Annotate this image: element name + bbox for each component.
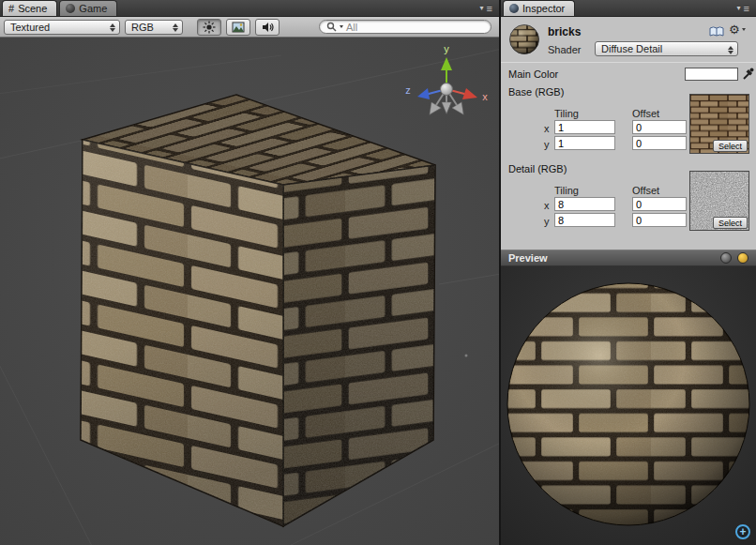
scene-tabbar: # Scene Game ▾ ≡ xyxy=(0,0,499,17)
detail-tiling-x-input[interactable] xyxy=(554,197,615,211)
base-offset-header: Offset xyxy=(632,108,659,119)
gizmo-z-label[interactable]: z xyxy=(405,84,411,96)
shader-label: Shader xyxy=(548,44,581,55)
scene-grid-icon: # xyxy=(8,3,14,14)
skybox-toggle-button[interactable] xyxy=(226,19,250,36)
color-mode-value: RGB xyxy=(131,22,154,33)
help-book-icon[interactable] xyxy=(709,25,724,38)
base-tiling-header: Tiling xyxy=(554,108,579,119)
search-input[interactable]: All xyxy=(319,20,491,34)
base-x-label: x xyxy=(544,123,550,134)
base-y-label: y xyxy=(544,139,550,150)
base-section-label: Base (RGB) xyxy=(508,86,564,98)
scene-toolbar: Textured RGB xyxy=(0,17,499,38)
context-gear-button[interactable]: ⚙ xyxy=(729,23,746,37)
speaker-icon xyxy=(261,21,274,34)
detail-tiling-header: Tiling xyxy=(554,185,579,196)
search-value: All xyxy=(346,22,357,33)
material-name: bricks xyxy=(548,25,581,38)
eyedropper-icon[interactable] xyxy=(742,67,754,81)
plus-icon: + xyxy=(739,525,746,538)
menu-arrow-icon: ▾ xyxy=(737,4,741,12)
inspector-pane: Inspector ▾ ≡ bricks Shader Diffuse Deta… xyxy=(501,0,756,545)
base-tiling-x-input[interactable] xyxy=(554,120,615,134)
main-color-label: Main Color xyxy=(508,68,558,80)
gizmo-x-label[interactable]: x xyxy=(482,91,488,102)
preview-viewport[interactable]: + xyxy=(501,266,756,545)
material-preview-ball xyxy=(508,23,540,55)
tab-inspector-label: Inspector xyxy=(522,3,565,14)
preview-sphere-button[interactable] xyxy=(720,252,732,264)
detail-offset-y-input[interactable] xyxy=(632,213,687,227)
inspector-icon xyxy=(509,4,519,13)
preview-header[interactable]: Preview xyxy=(501,250,756,266)
header-divider xyxy=(501,62,756,63)
base-select-button[interactable]: Select xyxy=(713,140,748,152)
dropdown-arrows-icon xyxy=(728,46,733,54)
draw-mode-value: Textured xyxy=(10,22,50,33)
main-color-swatch[interactable] xyxy=(685,68,738,81)
base-offset-x-input[interactable] xyxy=(632,120,687,134)
base-texture-thumbnail[interactable]: Select xyxy=(689,94,749,154)
dropdown-arrows-icon xyxy=(173,23,178,32)
gizmo-y-label[interactable]: y xyxy=(444,43,449,54)
preview-render xyxy=(501,266,756,545)
scene-viewport[interactable]: y x z xyxy=(0,38,499,545)
game-icon xyxy=(66,4,75,13)
search-filter-chevron-icon xyxy=(340,25,343,28)
detail-offset-x-input[interactable] xyxy=(632,197,687,211)
base-tiling-y-input[interactable] xyxy=(554,136,615,150)
scene-pane-menu-button[interactable]: ▾ ≡ xyxy=(474,0,499,16)
tab-scene[interactable]: # Scene xyxy=(2,0,57,16)
tab-game[interactable]: Game xyxy=(59,0,117,16)
image-icon xyxy=(232,22,245,33)
inspector-pane-menu-button[interactable]: ▾ ≡ xyxy=(731,0,756,16)
detail-offset-header: Offset xyxy=(632,185,659,196)
menu-lines-icon: ≡ xyxy=(487,3,492,14)
detail-select-button[interactable]: Select xyxy=(713,217,748,229)
preview-title: Preview xyxy=(508,252,548,264)
unity-editor-window: # Scene Game ▾ ≡ Textured RGB xyxy=(0,0,756,545)
inspector-tabbar: Inspector ▾ ≡ xyxy=(501,0,756,17)
preview-lighting-button[interactable] xyxy=(737,252,748,264)
tab-inspector[interactable]: Inspector xyxy=(503,0,575,16)
sun-icon xyxy=(203,21,216,34)
color-mode-dropdown[interactable]: RGB xyxy=(125,20,183,35)
search-icon xyxy=(326,22,337,32)
draw-mode-dropdown[interactable]: Textured xyxy=(4,20,120,35)
detail-x-label: x xyxy=(544,200,550,211)
gear-chevron-icon xyxy=(742,28,746,31)
shader-dropdown[interactable]: Diffuse Detail xyxy=(595,41,738,56)
base-offset-y-input[interactable] xyxy=(632,136,687,150)
audio-toggle-button[interactable] xyxy=(255,19,280,36)
shader-value: Diffuse Detail xyxy=(601,43,662,54)
menu-arrow-icon: ▾ xyxy=(480,4,484,12)
tab-scene-label: Scene xyxy=(18,3,47,14)
detail-texture-thumbnail[interactable]: Select xyxy=(689,171,749,231)
preview-zoom-button[interactable]: + xyxy=(735,524,750,539)
tab-game-label: Game xyxy=(79,3,107,14)
orientation-gizmo[interactable]: y x z xyxy=(398,40,495,127)
gear-icon: ⚙ xyxy=(729,23,740,37)
dropdown-arrows-icon xyxy=(110,23,115,32)
detail-section-label: Detail (RGB) xyxy=(508,163,567,174)
lighting-toggle-button[interactable] xyxy=(197,19,221,36)
detail-y-label: y xyxy=(544,216,550,227)
scene-pane: # Scene Game ▾ ≡ Textured RGB xyxy=(0,0,499,545)
detail-tiling-y-input[interactable] xyxy=(554,213,615,227)
menu-lines-icon: ≡ xyxy=(744,3,749,14)
